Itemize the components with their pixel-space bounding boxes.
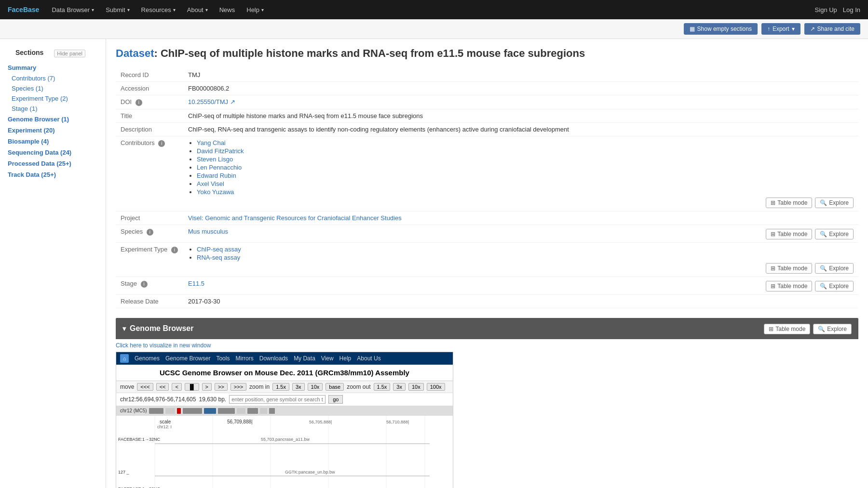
ucsc-move-label: move xyxy=(120,383,134,390)
hide-panel-button[interactable]: Hide panel xyxy=(54,50,85,57)
sidebar-item-experiment[interactable]: Experiment (20) xyxy=(0,125,106,136)
ucsc-move-far-left[interactable]: <<< xyxy=(137,383,153,391)
nav-help[interactable]: Help ▾ xyxy=(242,0,269,19)
experiment-type-table-mode-button[interactable]: ⊞ Table mode xyxy=(766,263,812,274)
nav-submit[interactable]: Submit ▾ xyxy=(101,0,134,19)
chevron-down-icon: ▾ xyxy=(173,7,176,13)
sidebar-item-contributors[interactable]: Contributors (7) xyxy=(0,73,106,83)
ucsc-zoom-out-1.5[interactable]: 1.5x xyxy=(374,383,391,391)
ucsc-home-icon[interactable]: ⌂ xyxy=(120,354,129,363)
brand-logo[interactable]: FaceBase xyxy=(8,6,39,13)
ucsc-zoom-in-3[interactable]: 3x xyxy=(292,383,305,391)
ucsc-bp-text: 19,630 bp. xyxy=(199,396,226,403)
show-empty-sections-button[interactable]: ▦ Show empty sections xyxy=(684,23,758,35)
release-date-label: Release Date xyxy=(116,294,183,308)
ucsc-move-right2[interactable]: >> xyxy=(215,383,228,391)
ucsc-title: UCSC Genome Browser on Mouse Dec. 2011 (… xyxy=(116,365,453,381)
contributor-yoko-yuzawa[interactable]: Yoko Yuzawa xyxy=(197,188,234,196)
project-link[interactable]: Visel: Genomic and Transgenic Resources … xyxy=(188,214,402,222)
ucsc-move-right1[interactable]: > xyxy=(202,383,212,391)
nav-about[interactable]: About ▾ xyxy=(182,0,213,19)
ucsc-nav-about-us[interactable]: About Us xyxy=(357,355,380,362)
stage-explore-button[interactable]: 🔍 Explore xyxy=(815,281,854,291)
ucsc-nav-genomes[interactable]: Genomes xyxy=(135,355,160,362)
sign-up-link[interactable]: Sign Up xyxy=(815,6,837,13)
genome-browser-section: ▾ Genome Browser ⊞ Table mode 🔍 Explore … xyxy=(116,318,858,488)
ucsc-zoom-out-3[interactable]: 3x xyxy=(393,383,406,391)
search-icon: 🔍 xyxy=(818,326,825,332)
metadata-table: Record ID TMJ Accession FB00000806.2 DOI… xyxy=(116,68,858,308)
ucsc-go-button[interactable]: go xyxy=(328,395,343,404)
nav-resources[interactable]: Resources ▾ xyxy=(136,0,180,19)
ucsc-nav-help[interactable]: Help xyxy=(339,355,352,362)
contributors-list: Yang Chai David FitzPatrick Steven Lisgo… xyxy=(188,139,854,196)
ucsc-zoom-base[interactable]: base xyxy=(326,383,344,391)
ucsc-nav-view[interactable]: View xyxy=(321,355,334,362)
ucsc-move-left1[interactable]: < xyxy=(172,383,181,391)
sidebar-item-stage[interactable]: Stage (1) xyxy=(0,104,106,114)
species-cell: Mus musculus ⊞ Table mode 🔍 Explore xyxy=(183,224,858,242)
svg-text:GGTK:pancase_un.bp.bw: GGTK:pancase_un.bp.bw xyxy=(285,470,335,475)
ucsc-zoom-out-100[interactable]: 100x xyxy=(427,383,445,391)
contributors-explore-button[interactable]: 🔍 Explore xyxy=(815,198,854,208)
species-explore-button[interactable]: 🔍 Explore xyxy=(815,229,854,239)
table-row: Accession FB00000806.2 xyxy=(116,81,858,95)
species-table-mode-button[interactable]: ⊞ Table mode xyxy=(766,229,812,239)
nav-data-browser[interactable]: Data Browser ▾ xyxy=(47,0,99,19)
ucsc-position-input[interactable] xyxy=(229,395,326,404)
contributors-table-mode-button[interactable]: ⊞ Table mode xyxy=(766,198,812,208)
ucsc-zoom-in-1.5[interactable]: 1.5x xyxy=(272,383,289,391)
sidebar-item-summary[interactable]: Summary xyxy=(0,62,106,73)
experiment-type-chipseq[interactable]: ChIP-seq assay xyxy=(197,246,241,253)
genome-browser-new-window-link[interactable]: Click here to visualize in new window xyxy=(116,342,858,349)
contributors-actions: ⊞ Table mode 🔍 Explore xyxy=(766,198,854,208)
ucsc-nav-mirrors[interactable]: Mirrors xyxy=(235,355,253,362)
ucsc-move-far-right[interactable]: >>> xyxy=(231,383,246,391)
sidebar-item-genome-browser[interactable]: Genome Browser (1) xyxy=(0,114,106,125)
species-link[interactable]: Mus musculus xyxy=(188,228,228,235)
sidebar-item-processed-data[interactable]: Processed Data (25+) xyxy=(0,158,106,169)
sidebar-item-track-data[interactable]: Track Data (25+) xyxy=(0,169,106,180)
ucsc-nav-tools[interactable]: Tools xyxy=(216,355,230,362)
sidebar-item-species[interactable]: Species (1) xyxy=(0,83,106,93)
genome-browser-explore-button[interactable]: 🔍 Explore xyxy=(813,324,852,334)
contributor-david-fitzpatrick[interactable]: David FitzPatrick xyxy=(197,147,244,155)
contributor-axel-visel[interactable]: Axel Visel xyxy=(197,180,224,187)
genome-browser-header[interactable]: ▾ Genome Browser ⊞ Table mode 🔍 Explore xyxy=(116,318,858,339)
ucsc-nav-my-data[interactable]: My Data xyxy=(294,355,315,362)
log-in-link[interactable]: Log In xyxy=(843,6,860,13)
share-and-cite-button[interactable]: ↗ Share and cite xyxy=(804,23,860,35)
ucsc-nav-genome-browser[interactable]: Genome Browser xyxy=(165,355,210,362)
export-button[interactable]: ↑ Export ▾ xyxy=(761,23,800,35)
nav-news[interactable]: News xyxy=(215,0,240,19)
ucsc-pause[interactable]: ▐▌ xyxy=(185,383,199,391)
contributor-len-pennacchio[interactable]: Len Pennacchio xyxy=(197,164,242,171)
external-link-icon: ↗ xyxy=(230,98,235,106)
ucsc-zoom-out-10[interactable]: 10x xyxy=(408,383,424,391)
contributor-steven-lisgo[interactable]: Steven Lisgo xyxy=(197,156,233,163)
ucsc-zoom-in-10[interactable]: 10x xyxy=(308,383,323,391)
genome-browser-table-mode-button[interactable]: ⊞ Table mode xyxy=(764,324,810,334)
experiment-type-explore-button[interactable]: 🔍 Explore xyxy=(815,263,854,274)
svg-text:56,709,888|: 56,709,888| xyxy=(227,419,253,424)
share-icon: ↗ xyxy=(810,26,815,32)
doi-link[interactable]: 10.25550/TMJ ↗ xyxy=(188,98,235,106)
export-icon: ↑ xyxy=(767,26,770,32)
contributor-yang-chai[interactable]: Yang Chai xyxy=(197,139,226,146)
chevron-down-icon: ▾ xyxy=(261,7,264,13)
table-row: Contributors i Yang Chai David FitzPatri… xyxy=(116,136,858,211)
search-icon: 🔍 xyxy=(820,231,827,237)
sidebar-item-sequencing-data[interactable]: Sequencing Data (24) xyxy=(0,147,106,158)
sidebar-item-biosample[interactable]: Biosample (4) xyxy=(0,136,106,147)
experiment-type-list: ChIP-seq assay RNA-seq assay xyxy=(188,246,854,261)
table-row: Record ID TMJ xyxy=(116,68,858,82)
contributor-edward-rubin[interactable]: Edward Rubin xyxy=(197,172,236,179)
ucsc-move-left2[interactable]: << xyxy=(156,383,169,391)
stage-table-mode-button[interactable]: ⊞ Table mode xyxy=(766,281,812,291)
nav-right: Sign Up Log In xyxy=(815,6,860,13)
ucsc-nav-downloads[interactable]: Downloads xyxy=(259,355,288,362)
experiment-type-label: Experiment Type i xyxy=(116,242,183,277)
stage-link[interactable]: E11.5 xyxy=(188,280,204,287)
sidebar-item-experiment-type[interactable]: Experiment Type (2) xyxy=(0,93,106,104)
experiment-type-rnaseq[interactable]: RNA-seq assay xyxy=(197,254,240,261)
